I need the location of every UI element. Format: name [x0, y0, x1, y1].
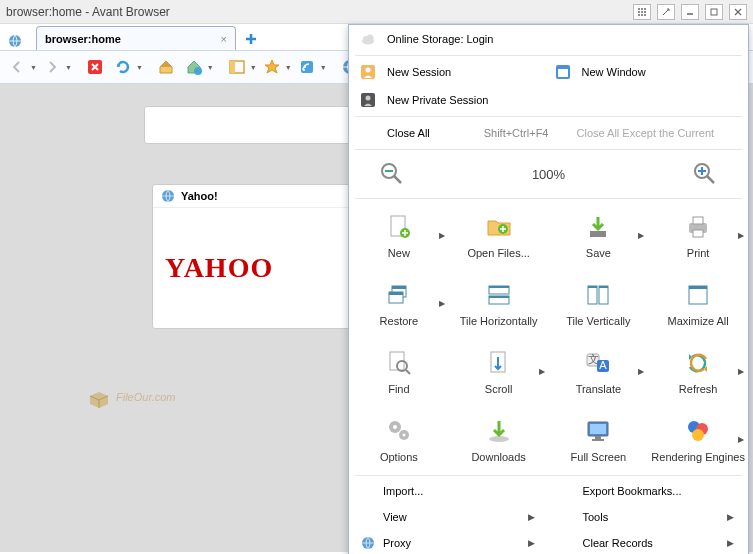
menu-restore[interactable]: Restore ▶ [349, 269, 449, 337]
zoom-in-button[interactable] [692, 161, 718, 187]
svg-point-7 [641, 14, 643, 16]
box-icon [86, 384, 112, 410]
reload-button[interactable] [110, 54, 136, 80]
menu-label: View [383, 511, 407, 523]
new-tab-button[interactable] [240, 28, 262, 50]
reload-dropdown[interactable]: ▼ [136, 64, 143, 71]
menu-new-session[interactable]: New Session [359, 63, 544, 81]
menu-save[interactable]: Save ▶ [549, 201, 649, 269]
stop-button[interactable] [82, 54, 108, 80]
browser-tab[interactable]: browser:home × [36, 26, 236, 50]
svg-rect-72 [595, 436, 601, 439]
pin-button[interactable] [657, 4, 675, 20]
svg-rect-44 [392, 286, 406, 289]
back-button[interactable] [4, 54, 30, 80]
menu-print[interactable]: Print ▶ [648, 201, 748, 269]
menu-translate[interactable]: 文A Translate ▶ [549, 337, 649, 405]
menu-maximize[interactable]: Maximize All [648, 269, 748, 337]
grid-label: Restore [380, 315, 419, 327]
zoom-out-button[interactable] [379, 161, 405, 187]
feeds-dropdown[interactable]: ▼ [320, 64, 327, 71]
svg-line-33 [707, 176, 714, 183]
tab-close-icon[interactable]: × [221, 33, 227, 45]
menu-tile-v[interactable]: Tile Vertically [549, 269, 649, 337]
menu-close-all-except: Close All Except the Current [559, 127, 739, 139]
menu-grid: New ▶ Open Files... Save ▶ Print ▶ Resto… [349, 201, 748, 473]
cloud-icon [359, 30, 377, 48]
refresh-icon [682, 347, 714, 379]
apps-button[interactable] [633, 4, 651, 20]
forward-button[interactable] [39, 54, 65, 80]
svg-rect-39 [590, 231, 606, 237]
menu-label: Online Storage: Login [387, 33, 493, 45]
favorites-dropdown[interactable]: ▼ [285, 64, 292, 71]
svg-rect-26 [558, 69, 568, 77]
menu-new[interactable]: New ▶ [349, 201, 449, 269]
sidebar-dropdown[interactable]: ▼ [250, 64, 257, 71]
menu-proxy[interactable]: Proxy▶ [349, 530, 549, 554]
maximize-button[interactable] [705, 4, 723, 20]
svg-rect-52 [588, 286, 597, 288]
close-button[interactable] [729, 4, 747, 20]
feeds-button[interactable] [294, 54, 320, 80]
menu-export-bookmarks[interactable]: Export Bookmarks... [549, 478, 749, 504]
svg-rect-46 [389, 292, 403, 295]
grid-label: Open Files... [467, 247, 529, 259]
svg-rect-41 [693, 217, 703, 224]
grid-label: Print [687, 247, 710, 259]
svg-rect-71 [590, 424, 606, 434]
menu-options[interactable]: Options [349, 405, 449, 473]
svg-rect-54 [599, 286, 608, 288]
menu-downloads[interactable]: Downloads [449, 405, 549, 473]
svg-text:A: A [600, 359, 608, 371]
home2-button[interactable] [181, 54, 207, 80]
svg-rect-51 [588, 286, 597, 304]
back-dropdown[interactable]: ▼ [30, 64, 37, 71]
browsers-icon [682, 415, 714, 447]
menu-view[interactable]: View▶ [349, 504, 549, 530]
minimize-button[interactable] [681, 4, 699, 20]
grid-label: Scroll [485, 383, 513, 395]
home-button[interactable] [153, 54, 179, 80]
menu-refresh[interactable]: Refresh ▶ [648, 337, 748, 405]
menu-tile-h[interactable]: Tile Horizontally [449, 269, 549, 337]
menu-label: Close All Except the Current [577, 127, 715, 139]
monitor-icon [582, 415, 614, 447]
menu-tools[interactable]: Tools▶ [549, 504, 749, 530]
menu-import[interactable]: Import... [349, 478, 549, 504]
menu-bottom: Import... Export Bookmarks... View▶ Tool… [349, 478, 748, 554]
menu-close-all[interactable]: Close All Shift+Ctrl+F4 [359, 127, 549, 139]
tile-v-icon [582, 279, 614, 311]
menu-scroll[interactable]: Scroll ▶ [449, 337, 549, 405]
svg-rect-48 [489, 286, 509, 288]
home2-dropdown[interactable]: ▼ [207, 64, 214, 71]
menu-new-private[interactable]: New Private Session [349, 86, 748, 114]
svg-point-6 [638, 14, 640, 16]
svg-rect-16 [301, 61, 313, 73]
submenu-icon: ▶ [539, 367, 545, 376]
menu-clear-records[interactable]: Clear Records▶ [549, 530, 749, 554]
grid-label: Translate [576, 383, 621, 395]
forward-dropdown[interactable]: ▼ [65, 64, 72, 71]
sidebar-button[interactable] [224, 54, 250, 80]
watermark-text: FileOur.com [116, 391, 176, 403]
submenu-icon: ▶ [738, 435, 744, 444]
menu-new-window[interactable]: New Window [554, 63, 739, 81]
menu-online-storage[interactable]: Online Storage: Login [349, 25, 748, 53]
window-icon [554, 63, 572, 81]
svg-point-4 [641, 11, 643, 13]
menu-rendering[interactable]: Rendering Engines ▶ [648, 405, 748, 473]
submenu-icon: ▶ [528, 512, 535, 522]
tab-label: browser:home [45, 33, 121, 45]
private-icon [359, 91, 377, 109]
menu-label: Tools [583, 511, 609, 523]
menu-label: New Private Session [387, 94, 489, 106]
svg-rect-73 [592, 439, 604, 441]
svg-point-76 [692, 429, 704, 441]
menu-open-files[interactable]: Open Files... [449, 201, 549, 269]
menu-fullscreen[interactable]: Full Screen [549, 405, 649, 473]
svg-point-66 [393, 425, 397, 429]
menu-find[interactable]: Find [349, 337, 449, 405]
svg-point-13 [194, 67, 202, 75]
favorites-button[interactable] [259, 54, 285, 80]
